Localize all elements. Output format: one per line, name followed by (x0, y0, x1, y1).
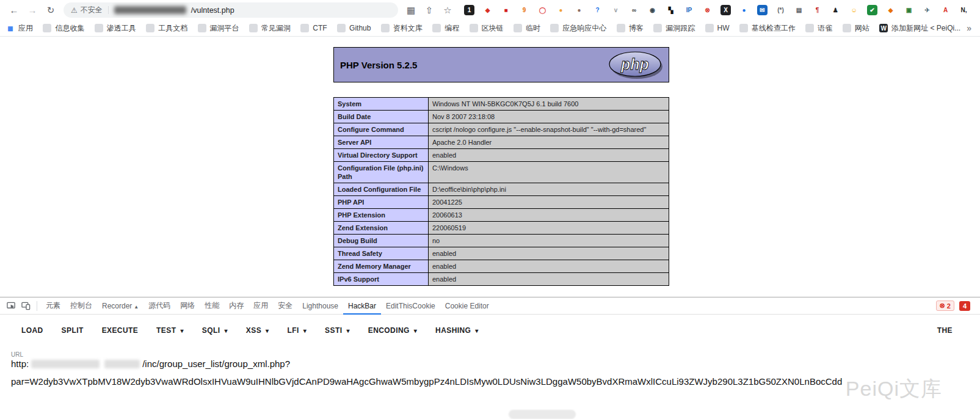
extension-icon[interactable]: ∞ (629, 5, 639, 15)
extension-icon[interactable]: N, (959, 5, 969, 15)
extension-icon[interactable]: ☺ (849, 5, 859, 15)
bookmark-item[interactable]: 渗透工具 (95, 23, 136, 34)
extension-icon[interactable]: ⊗ (702, 5, 713, 15)
bookmark-item[interactable]: 博客 (617, 23, 644, 34)
extension-icon[interactable]: ■ (501, 5, 511, 15)
bookmark-item[interactable]: 区块链 (470, 23, 504, 34)
hackbar-button[interactable]: SQLI (193, 320, 237, 341)
devtools-tab[interactable]: 网络 (175, 297, 200, 315)
share-icon[interactable]: ⇧ (422, 5, 437, 16)
bookmark-item[interactable]: 网站 (843, 23, 869, 34)
bookmark-favicon (617, 24, 625, 32)
console-error-badge[interactable]: ⊗ 2 (936, 301, 954, 311)
extension-icon[interactable]: ? (592, 5, 603, 15)
hackbar-url-parameter[interactable]: par=W2dyb3VwXTpbMV18W2dyb3VwaWRdOlsxIHVu… (11, 376, 980, 387)
bookmark-item[interactable]: 基线检查工作 (739, 23, 796, 34)
extension-icon[interactable]: ¶ (812, 5, 822, 15)
hackbar-button[interactable]: LOAD (12, 320, 53, 341)
bookmark-item[interactable]: 常见漏洞 (249, 23, 291, 34)
extension-icon[interactable]: ◯ (537, 5, 548, 15)
row-value: D:\eoffice\bin\php\php.ini (429, 183, 669, 196)
row-label: Zend Memory Manager (334, 260, 429, 273)
devtools-tab[interactable]: 内存 (224, 297, 249, 315)
devtools-tab[interactable]: 应用 (249, 297, 273, 315)
extension-icon[interactable]: A (940, 5, 951, 15)
extension-icon[interactable]: 1 (464, 5, 474, 15)
extension-icon[interactable]: ● (739, 5, 749, 15)
extension-icon[interactable]: ◆ (885, 5, 896, 15)
bookmark-item[interactable]: CTF (300, 24, 327, 32)
hackbar-button[interactable]: EXECUTE (93, 320, 147, 341)
back-icon[interactable]: ← (7, 5, 21, 15)
hackbar-button[interactable]: SPLIT (53, 320, 93, 341)
hackbar-button[interactable]: SSTI (316, 320, 359, 341)
bookmark-item[interactable]: 漏洞跟踪 (653, 23, 695, 34)
devtools-tab[interactable]: Recorder (97, 297, 143, 315)
issues-badge[interactable]: 4 (959, 301, 970, 311)
bookmark-item[interactable]: HW (705, 24, 730, 32)
extension-icon[interactable]: ● (556, 5, 566, 15)
forward-icon[interactable]: → (25, 5, 40, 15)
extension-icon[interactable]: ▤ (794, 5, 804, 15)
devtools-separator (37, 301, 37, 311)
hackbar-button[interactable]: LFI (278, 320, 316, 341)
devtools-tab[interactable]: EditThisCookie (381, 297, 440, 315)
extension-icon[interactable]: X (720, 5, 731, 15)
devtools-tab[interactable]: 控制台 (65, 297, 97, 315)
devtools-tab[interactable]: HackBar (343, 297, 381, 315)
extension-icon[interactable]: 9 (519, 5, 529, 15)
hackbar-button[interactable]: HASHING (426, 320, 488, 341)
bookmark-item[interactable]: 临时 (514, 23, 540, 34)
inspect-element-icon[interactable] (4, 299, 18, 313)
devtools-tab-label: HackBar (348, 302, 376, 310)
url-bar[interactable]: ⚠ 不安全 /vulntest.php (64, 2, 398, 18)
bookmark-label: 添加新网址 < PeiQi... (891, 23, 960, 34)
devtools-tab[interactable]: 源代码 (143, 297, 175, 315)
svg-text:php: php (620, 56, 649, 73)
device-toolbar-icon[interactable] (18, 299, 33, 313)
hackbar-url-input[interactable]: http: /inc/group_user_list/group_xml.php… (11, 359, 980, 369)
hackbar-button[interactable]: ENCODING (359, 320, 426, 341)
bookmark-item[interactable]: 语雀 (805, 23, 832, 34)
extension-icon[interactable]: ▚ (666, 5, 676, 15)
devtools-tab[interactable]: 元素 (41, 297, 65, 315)
extension-icon[interactable]: ✉ (757, 5, 768, 15)
bookmark-item[interactable]: Github (337, 24, 371, 32)
hackbar-button[interactable]: TEST (147, 320, 193, 341)
devtools-badges: ⊗ 2 4 (936, 301, 976, 311)
table-row: System Windows NT WIN-5BKGC0K7Q5J 6.1 bu… (334, 98, 669, 111)
extension-icon[interactable]: ◆ (482, 5, 493, 15)
row-label: Configuration File (php.ini) Path (334, 162, 429, 183)
devtools-tab-label: 网络 (180, 301, 195, 311)
url-field-label: URL (11, 351, 980, 358)
devtools-tab-label: 元素 (46, 301, 60, 311)
bookmark-item[interactable]: 漏洞平台 (198, 23, 239, 34)
extension-icon[interactable]: IP (684, 5, 694, 15)
devtools-tab[interactable]: 安全 (273, 297, 297, 315)
hackbar-theme-button[interactable]: THE (937, 326, 953, 335)
extension-icon[interactable]: ◉ (647, 5, 658, 15)
bookmark-item[interactable]: 编程 (432, 23, 459, 34)
hackbar-button[interactable]: XSS (237, 320, 278, 341)
bookmark-item[interactable]: 信息收集 (43, 23, 84, 34)
devtools-tab[interactable]: Lighthouse (297, 297, 343, 315)
extension-icon[interactable]: ▣ (904, 5, 914, 15)
bookmark-item[interactable]: 应急响应中心 (550, 23, 606, 34)
extension-icon[interactable]: v (611, 5, 621, 15)
bookmark-item[interactable]: 工具文档 (146, 23, 187, 34)
chevron-down-icon (224, 326, 227, 335)
extension-icon[interactable]: (*) (775, 5, 786, 15)
devtools-tab[interactable]: 性能 (200, 297, 224, 315)
extension-icon[interactable]: ✔ (867, 5, 877, 15)
bookmark-item[interactable]: W 添加新网址 < PeiQi... (879, 23, 960, 34)
devtools-tab[interactable]: Cookie Editor (440, 297, 494, 315)
extension-icon[interactable]: ● (574, 5, 584, 15)
media-icon[interactable]: ▦ (404, 5, 418, 16)
bookmark-item[interactable]: 资料文库 (381, 23, 423, 34)
reload-icon[interactable]: ↻ (43, 5, 58, 16)
bookmarks-overflow-chevron[interactable]: » (967, 23, 971, 33)
bookmark-item[interactable]: ▦ 应用 (6, 23, 33, 34)
bookmark-star-icon[interactable]: ☆ (440, 5, 455, 16)
extension-icon[interactable]: ✈ (922, 5, 932, 15)
extension-icon[interactable]: ♟ (830, 5, 841, 15)
